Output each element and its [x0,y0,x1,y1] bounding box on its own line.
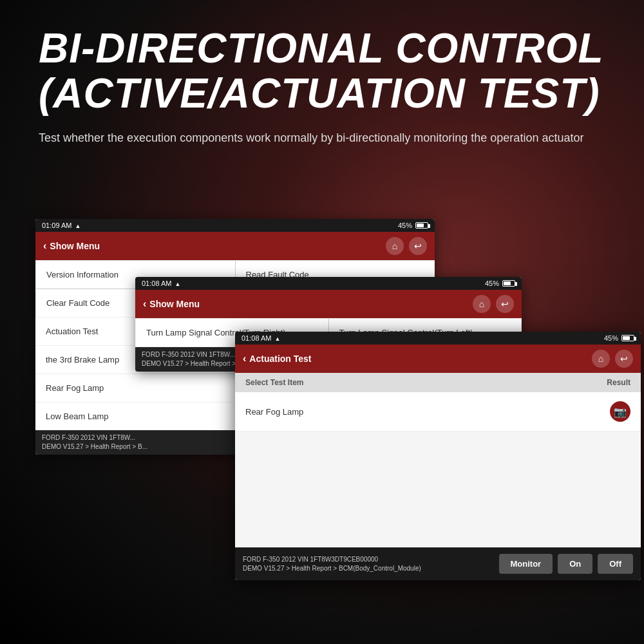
status-bar-1: 01:09 AM 45% [35,219,435,232]
back-arrow-2: ‹ [143,298,146,310]
back-label-2: Show Menu [149,299,200,309]
sub-description: Test whether the execution components wo… [39,129,605,147]
action-info-line2: DEMO V15.27 > Health Report > BCM(Body_C… [243,564,494,573]
col-header-item: Select Test Item [245,378,607,387]
content-area [235,431,641,547]
table-row[interactable]: Rear Fog Lamp 📷 [235,392,641,431]
off-button[interactable]: Off [598,554,633,574]
home-button-1[interactable]: ⌂ [386,237,404,255]
wifi-icon-1 [75,222,80,229]
battery-2: 45% [485,279,499,287]
action-bar-info: FORD F-350 2012 VIN 1FT8W3DT9CEB00000 DE… [243,555,494,573]
time-2: 01:08 AM [142,279,171,287]
status-bar-3: 01:08 AM 45% [235,332,641,345]
back-arrow-1: ‹ [43,240,46,252]
battery-icon-3 [621,335,634,341]
back-label-3: Actuation Test [249,354,311,364]
action-bar: FORD F-350 2012 VIN 1FT8W3DT9CEB00000 DE… [235,547,641,580]
action-info-line1: FORD F-350 2012 VIN 1FT8W3DT9CEB00000 [243,555,494,564]
table-header: Select Test Item Result [235,373,641,392]
on-button[interactable]: On [558,554,592,574]
back-arrow-3: ‹ [243,353,246,365]
home-button-2[interactable]: ⌂ [473,295,491,313]
monitor-button[interactable]: Monitor [499,554,553,574]
home-button-3[interactable]: ⌂ [592,350,610,368]
nav-bar-3: ‹ Actuation Test ⌂ ↩ [235,345,641,373]
status-bar-2: 01:08 AM 45% [135,277,522,290]
battery-1: 45% [398,222,412,229]
window-3: 01:08 AM 45% ‹ Actuation Test ⌂ ↩ Select… [235,332,641,580]
battery-icon-1 [415,222,428,229]
back-button-1[interactable]: ‹ Show Menu [43,240,100,252]
nav-bar-1: ‹ Show Menu ⌂ ↩ [35,232,435,260]
nav-icons-1: ⌂ ↩ [386,237,427,255]
camera-button[interactable]: 📷 [610,401,630,422]
time-3: 01:08 AM [242,334,271,342]
nav-icons-3: ⌂ ↩ [592,350,633,368]
nav-bar-2: ‹ Show Menu ⌂ ↩ [135,290,522,318]
battery-3: 45% [604,334,618,342]
exit-button-3[interactable]: ↩ [615,350,633,368]
header-section: BI-DIRECTIONAL CONTROL (ACTIVE/ACTUATION… [39,26,605,147]
nav-icons-2: ⌂ ↩ [473,295,514,313]
col-header-result: Result [607,378,630,387]
back-button-3[interactable]: ‹ Actuation Test [243,353,312,365]
exit-button-1[interactable]: ↩ [409,237,427,255]
wifi-icon-2 [175,279,180,287]
time-1: 01:09 AM [42,222,71,229]
row-item-label: Rear Fog Lamp [245,407,610,417]
back-button-2[interactable]: ‹ Show Menu [143,298,200,310]
battery-icon-2 [502,280,515,287]
back-label-1: Show Menu [50,241,100,251]
wifi-icon-3 [274,334,280,342]
exit-button-2[interactable]: ↩ [496,295,514,313]
main-title: BI-DIRECTIONAL CONTROL (ACTIVE/ACTUATION… [39,26,605,117]
